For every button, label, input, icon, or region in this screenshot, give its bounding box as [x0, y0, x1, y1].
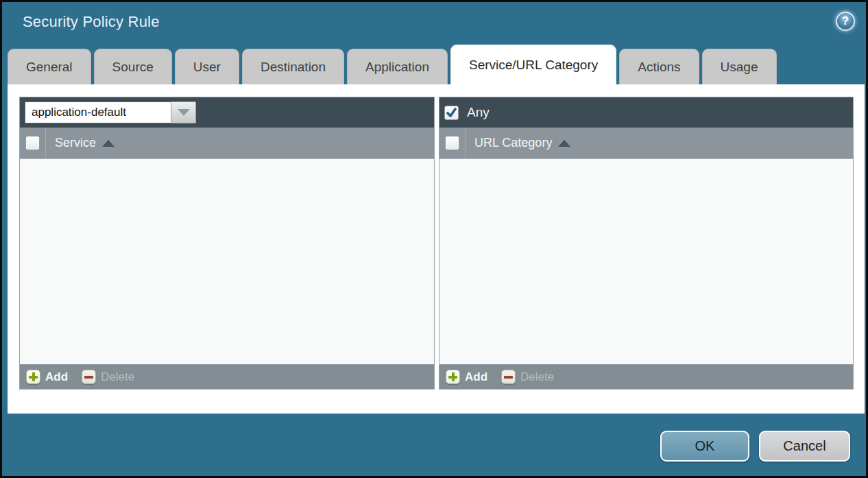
tab-bar: General Source User Destination Applicat… [8, 47, 860, 84]
ok-button[interactable]: OK [660, 431, 749, 462]
delete-button-label: Delete [101, 370, 134, 384]
url-category-add-button[interactable]: Add [446, 370, 487, 384]
any-checkbox[interactable] [444, 106, 459, 120]
url-category-column-header[interactable]: URL Category [474, 136, 570, 150]
tab-user[interactable]: User [175, 49, 239, 84]
add-button-label: Add [465, 370, 487, 384]
cancel-button[interactable]: Cancel [759, 431, 850, 462]
tab-usage[interactable]: Usage [702, 49, 777, 84]
service-select-all-cell [20, 128, 46, 158]
service-panel: Service Add Delete [19, 97, 435, 390]
security-policy-rule-dialog: Security Policy Rule ? General Source Us… [0, 0, 868, 478]
tab-application[interactable]: Application [347, 49, 448, 84]
dialog-action-buttons: OK Cancel [660, 431, 850, 462]
service-panel-footer: Add Delete [20, 364, 434, 389]
url-category-select-all-cell [439, 128, 466, 158]
plus-icon [26, 370, 40, 384]
service-column-header[interactable]: Service [55, 136, 114, 150]
url-category-panel: Any URL Category [439, 97, 854, 390]
tab-source[interactable]: Source [94, 49, 172, 84]
service-type-dropdown-button[interactable] [171, 101, 196, 123]
service-add-button[interactable]: Add [26, 370, 68, 384]
add-button-label: Add [45, 370, 68, 384]
url-category-select-all-checkbox[interactable] [445, 136, 459, 150]
service-delete-button[interactable]: Delete [82, 370, 134, 384]
service-column-label: Service [55, 136, 96, 150]
url-category-table-header: URL Category [439, 128, 853, 159]
url-category-panel-topbar: Any [439, 97, 853, 128]
minus-icon [501, 370, 516, 384]
any-checkbox-label: Any [467, 105, 490, 120]
tab-content-panel: Service Add Delete [8, 84, 865, 414]
url-category-delete-button[interactable]: Delete [501, 370, 554, 384]
sort-ascending-icon [558, 140, 570, 147]
service-type-combobox [25, 101, 196, 123]
checkmark-icon [446, 108, 457, 118]
url-category-column-label: URL Category [474, 136, 552, 150]
plus-icon [446, 370, 460, 384]
sort-ascending-icon [102, 140, 114, 147]
tab-service-url-category[interactable]: Service/URL Category [450, 45, 616, 84]
service-list-body [20, 159, 434, 364]
url-category-panel-footer: Add Delete [439, 364, 853, 389]
tab-general[interactable]: General [8, 49, 91, 84]
tab-destination[interactable]: Destination [242, 49, 344, 84]
chevron-down-icon [178, 109, 190, 116]
url-category-list-body [439, 159, 853, 364]
service-type-input[interactable] [25, 101, 171, 123]
help-icon[interactable]: ? [836, 12, 855, 31]
tab-actions[interactable]: Actions [619, 49, 699, 84]
delete-button-label: Delete [520, 370, 554, 384]
service-table-header: Service [20, 128, 434, 159]
minus-icon [82, 370, 96, 384]
service-panel-topbar [20, 97, 434, 128]
dialog-title: Security Policy Rule [23, 13, 160, 31]
service-select-all-checkbox[interactable] [25, 136, 40, 150]
